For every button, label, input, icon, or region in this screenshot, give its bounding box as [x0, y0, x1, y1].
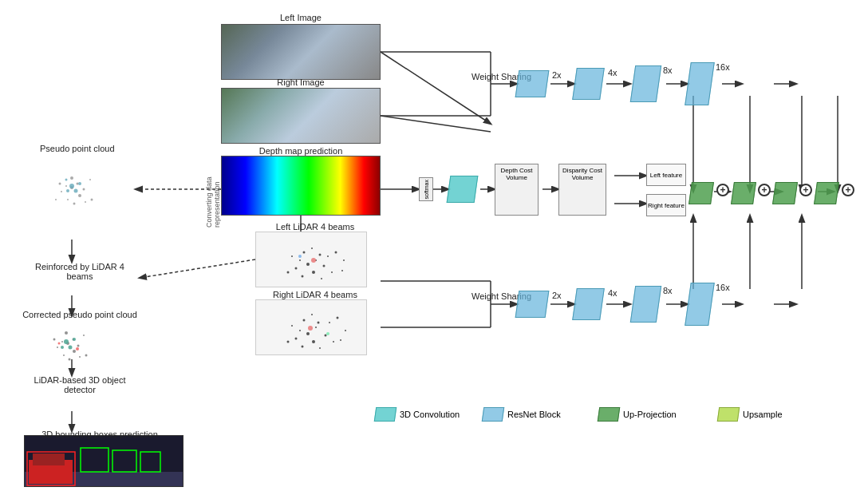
feature-box-3-top [630, 65, 661, 102]
svg-point-115 [83, 335, 85, 336]
svg-point-54 [295, 267, 298, 270]
svg-point-100 [69, 184, 74, 188]
svg-point-49 [299, 259, 301, 261]
right-lidar-image [255, 299, 367, 355]
svg-point-84 [308, 326, 313, 331]
svg-point-70 [306, 332, 310, 335]
lidar-detector-label: LiDAR-based 3D object detector [20, 375, 140, 394]
feature-box-1-top [515, 70, 550, 97]
svg-point-107 [61, 341, 63, 343]
svg-point-60 [287, 271, 290, 274]
svg-point-85 [326, 332, 329, 335]
svg-point-96 [89, 179, 91, 180]
left-lidar-image [255, 232, 367, 287]
scale-4x-top: 4x [608, 68, 617, 77]
diagram-container: Left Image Right Image Depth map predict… [0, 0, 868, 495]
svg-point-81 [340, 339, 341, 341]
left-lidar-label: Left LiDAR 4 beams [255, 222, 375, 232]
scale-4x-bottom: 4x [608, 288, 617, 298]
svg-point-66 [303, 319, 306, 322]
svg-point-73 [329, 322, 330, 323]
scale-8x-top: 8x [663, 65, 673, 75]
svg-point-112 [69, 358, 71, 361]
bbox-prediction-label: 3D bounding boxes prediction [20, 430, 180, 439]
svg-point-47 [311, 248, 313, 249]
svg-point-65 [298, 255, 302, 258]
pseudo-point-cloud-visual [28, 156, 116, 228]
svg-point-122 [76, 347, 79, 350]
svg-point-99 [55, 199, 57, 200]
feature-box-2-top [572, 68, 605, 100]
svg-point-111 [63, 354, 65, 356]
legend-upsample-label: Upsample [743, 410, 783, 419]
svg-point-57 [291, 255, 293, 257]
svg-point-83 [319, 347, 321, 349]
svg-point-116 [65, 331, 68, 335]
svg-point-109 [57, 346, 58, 348]
disparity-cost-volume-text: Disparity Cost Volume [559, 164, 606, 184]
svg-point-79 [345, 330, 346, 331]
svg-point-94 [85, 201, 86, 203]
reinforced-label: Reinforced by LiDAR 4 beams [28, 262, 132, 281]
svg-point-118 [64, 339, 69, 344]
svg-point-123 [58, 343, 61, 345]
svg-point-74 [295, 338, 298, 340]
svg-point-102 [66, 189, 69, 192]
feature-box-4-top [685, 62, 715, 105]
legend-conv3d-icon [374, 407, 397, 422]
svg-point-114 [53, 339, 56, 341]
svg-point-119 [69, 346, 73, 350]
scale-16x-top: 16x [716, 62, 730, 72]
plus-circle-4: + [842, 184, 854, 196]
legend-up-projection-label: Up-Projection [623, 410, 677, 419]
up-proj-box-1 [688, 182, 714, 204]
svg-point-78 [337, 317, 339, 319]
volume-depth-cost-label [502, 161, 558, 216]
svg-point-71 [315, 327, 317, 328]
legend-resnet-icon [482, 407, 505, 422]
pseudo-point-cloud-label: Pseudo point cloud [40, 144, 115, 153]
svg-point-76 [312, 340, 315, 343]
legend-conv3d: 3D Convolution [375, 407, 460, 422]
svg-point-68 [318, 322, 320, 324]
legend-resnet: ResNet Block [483, 407, 561, 422]
plus-circle-3: + [799, 184, 812, 196]
svg-point-120 [61, 346, 64, 349]
svg-point-58 [335, 251, 337, 254]
feature-box-2-bottom [572, 288, 605, 320]
legend-conv3d-label: 3D Convolution [400, 410, 460, 419]
svg-point-80 [287, 341, 290, 343]
left-feature-box: Left feature [646, 164, 686, 186]
svg-point-101 [74, 189, 78, 193]
softmax-label: softmax [424, 180, 429, 200]
depth-map-image [221, 156, 381, 216]
svg-point-82 [302, 346, 304, 348]
svg-point-95 [59, 183, 61, 185]
svg-point-61 [341, 270, 343, 271]
svg-point-121 [73, 338, 76, 341]
right-lidar-label: Right LiDAR 4 beams [255, 290, 375, 299]
svg-point-103 [78, 182, 81, 185]
svg-point-55 [331, 271, 333, 273]
svg-point-98 [91, 199, 93, 201]
converting-label: Converting data representation [207, 148, 219, 228]
right-image [221, 88, 381, 144]
svg-point-91 [78, 194, 81, 197]
svg-point-53 [327, 255, 329, 257]
svg-point-62 [302, 275, 304, 278]
svg-point-77 [291, 325, 293, 327]
feature-box-1-bottom [515, 291, 550, 318]
svg-point-88 [65, 185, 67, 187]
scale-2x-bottom: 2x [552, 291, 562, 300]
svg-point-56 [312, 271, 315, 274]
depth-map-label: Depth map prediction [221, 146, 381, 156]
svg-point-72 [325, 335, 327, 337]
bbox-prediction-image [24, 435, 183, 487]
feature-box-3-bottom [630, 286, 661, 323]
softmax-box: softmax [419, 177, 433, 201]
svg-point-69 [299, 330, 301, 331]
svg-point-108 [77, 345, 80, 347]
up-proj-box-4 [814, 182, 839, 204]
svg-point-97 [70, 176, 73, 180]
up-proj-box-2 [731, 182, 756, 204]
